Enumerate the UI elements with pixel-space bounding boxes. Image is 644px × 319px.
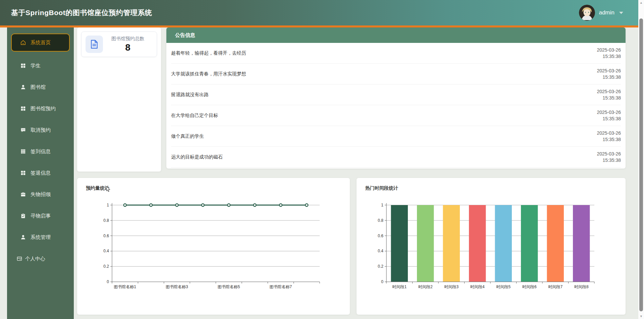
- announcement-timestamp: 2025-03-26 15:35:38: [597, 88, 621, 101]
- sidebar-item-home[interactable]: 系统首页: [11, 34, 70, 52]
- app-title: 基于SpringBoot的图书馆座位预约管理系统: [11, 8, 152, 17]
- announcements-panel: 公告信息 趁着年轻，输得起，看得开，去经历2025-03-26 15:35:38…: [166, 27, 626, 169]
- announcement-row[interactable]: 做个真正的学生2025-03-26 15:35:38: [171, 126, 621, 147]
- grid-icon: [20, 63, 26, 69]
- announcements-header: 公告信息: [166, 27, 626, 43]
- announcement-timestamp: 2025-03-26 15:35:38: [597, 47, 621, 60]
- scrollbar-down-arrow[interactable]: ▼: [638, 314, 644, 319]
- svg-text:图书馆名称1: 图书馆名称1: [114, 284, 136, 289]
- announcement-timestamp: 2025-03-26 15:35:38: [597, 109, 621, 122]
- sidebar-item-library[interactable]: 图书馆: [7, 76, 74, 98]
- chevron-down-icon: [619, 12, 623, 14]
- svg-text:0: 0: [107, 279, 109, 284]
- sidebar-item-lost-item-notices[interactable]: 寻物启事: [7, 205, 74, 227]
- sidebar-item-label: 个人中心: [25, 256, 45, 262]
- announcement-text: 在大学给自己定个目标: [171, 113, 218, 119]
- sidebar-item-label: 系统首页: [31, 40, 51, 46]
- sidebar-item-label: 取消预约: [31, 127, 51, 133]
- user-icon: [20, 234, 26, 240]
- announcement-timestamp: 2025-03-26 15:35:38: [597, 130, 621, 143]
- user-icon: [20, 84, 26, 90]
- announcements-title: 公告信息: [175, 32, 195, 39]
- sidebar-item-label: 系统管理: [31, 234, 51, 241]
- stat-value: 8: [125, 43, 130, 53]
- announcement-timestamp: 2025-03-26 15:35:38: [597, 68, 621, 80]
- announcement-row[interactable]: 留退路就没有出路2025-03-26 15:35:38: [171, 84, 621, 105]
- svg-text:时间段1: 时间段1: [392, 284, 407, 289]
- stat-card-total-reservations: 图书馆预约总数 8: [81, 31, 157, 57]
- announcement-row[interactable]: 大学就该抓住青春，用汗水实现梦想2025-03-26 15:35:38: [171, 64, 621, 84]
- sidebar-nav: 系统首页学生图书馆图书馆预约取消预约签到信息签退信息失物招领寻物启事系统管理个人…: [7, 27, 74, 319]
- username-label[interactable]: admin: [599, 9, 614, 16]
- app-root: 基于SpringBoot的图书馆座位预约管理系统 admin: [0, 0, 644, 319]
- svg-text:图书馆名称3: 图书馆名称3: [166, 284, 188, 289]
- svg-text:0.6: 0.6: [378, 234, 383, 238]
- mouse-cursor-icon: [106, 186, 110, 192]
- sidebar-item-library-reservation[interactable]: 图书馆预约: [7, 98, 74, 119]
- svg-text:图书馆名称7: 图书馆名称7: [270, 284, 292, 289]
- svg-text:时间段8: 时间段8: [574, 284, 589, 289]
- home-icon: [20, 40, 26, 46]
- clipboard-icon: [20, 213, 26, 219]
- svg-text:时间段4: 时间段4: [470, 284, 485, 289]
- user-avatar[interactable]: [579, 5, 595, 21]
- reservation-volume-chart-panel: 预约量统计 00.20.40.60.81图书馆名称1图书馆名称3图书馆名称5图书…: [77, 178, 350, 315]
- sidebar-item-label: 签退信息: [31, 170, 51, 176]
- svg-text:0.4: 0.4: [378, 249, 383, 253]
- sidebar-item-label: 签到信息: [31, 148, 51, 155]
- announcement-row[interactable]: 在大学给自己定个目标2025-03-26 15:35:38: [171, 105, 621, 126]
- announcement-row[interactable]: 趁着年轻，输得起，看得开，去经历2025-03-26 15:35:38: [171, 43, 621, 64]
- page-scrollbar[interactable]: ▲ ▼: [638, 0, 644, 319]
- grid-icon: [20, 106, 26, 112]
- grid-icon: [20, 170, 26, 176]
- svg-text:0: 0: [381, 279, 383, 284]
- svg-text:0.2: 0.2: [103, 264, 109, 269]
- announcement-text: 做个真正的学生: [171, 133, 204, 139]
- announcements-list: 趁着年轻，输得起，看得开，去经历2025-03-26 15:35:38大学就该抓…: [166, 43, 626, 168]
- svg-text:图书馆名称5: 图书馆名称5: [218, 284, 240, 289]
- svg-text:0.8: 0.8: [103, 218, 109, 223]
- announcement-text: 留退路就没有出路: [171, 92, 209, 98]
- sidebar-item-students[interactable]: 学生: [7, 55, 74, 76]
- svg-text:0.2: 0.2: [378, 264, 383, 269]
- announcement-text: 大学就该抓住青春，用汗水实现梦想: [171, 71, 246, 77]
- stats-panel: 图书馆预约总数 8: [77, 27, 161, 172]
- announcement-text: 趁着年轻，输得起，看得开，去经历: [171, 50, 246, 56]
- sidebar-item-checkout-info[interactable]: 签退信息: [7, 162, 74, 184]
- sidebar-item-label: 图书馆预约: [31, 106, 56, 112]
- svg-text:时间段6: 时间段6: [522, 284, 537, 289]
- svg-text:时间段5: 时间段5: [496, 284, 511, 289]
- announcement-row[interactable]: 远大的目标是成功的磁石2025-03-26 15:35:38: [171, 147, 621, 168]
- document-icon: [86, 36, 103, 53]
- sidebar-item-checkin-info[interactable]: 签到信息: [7, 141, 74, 162]
- sidebar-item-system-management[interactable]: 系统管理: [7, 227, 74, 248]
- chat-icon: [20, 127, 26, 133]
- header-bar: 基于SpringBoot的图书馆座位预约管理系统 admin: [0, 0, 638, 25]
- sidebar-item-label: 学生: [31, 63, 41, 69]
- popular-timeslot-chart-panel: 热门时间段统计 00.20.40.60.81时间段1时间段2时间段3时间段4时间…: [357, 178, 626, 315]
- announcement-text: 远大的目标是成功的磁石: [171, 154, 223, 160]
- svg-text:1: 1: [381, 203, 383, 207]
- line-chart: 00.20.40.60.81图书馆名称1图书馆名称3图书馆名称5图书馆名称7: [77, 178, 350, 315]
- svg-text:时间段2: 时间段2: [418, 284, 433, 289]
- avatar-image: [579, 5, 595, 21]
- scrollbar-thumb[interactable]: [639, 18, 643, 311]
- svg-text:时间段3: 时间段3: [444, 284, 459, 289]
- stat-label: 图书馆预约总数: [111, 36, 144, 42]
- announcement-timestamp: 2025-03-26 15:35:38: [597, 151, 621, 164]
- sidebar-item-label: 失物招领: [31, 191, 51, 198]
- svg-text:1: 1: [107, 203, 109, 207]
- svg-text:0.8: 0.8: [378, 218, 383, 223]
- scrollbar-up-arrow[interactable]: ▲: [638, 0, 644, 5]
- briefcase-icon: [20, 191, 26, 197]
- user-menu[interactable]: admin: [579, 0, 623, 25]
- svg-text:0.4: 0.4: [103, 249, 109, 253]
- svg-text:时间段7: 时间段7: [548, 284, 562, 289]
- table-icon: [20, 148, 26, 154]
- sidebar-item-cancel-reservation[interactable]: 取消预约: [7, 119, 74, 141]
- sidebar-item-label: 图书馆: [31, 84, 46, 90]
- sidebar-item-lost-and-found[interactable]: 失物招领: [7, 184, 74, 205]
- sidebar-item-label: 寻物启事: [31, 213, 51, 219]
- sidebar-item-personal-center[interactable]: 个人中心: [7, 248, 74, 269]
- svg-text:0.6: 0.6: [103, 234, 109, 238]
